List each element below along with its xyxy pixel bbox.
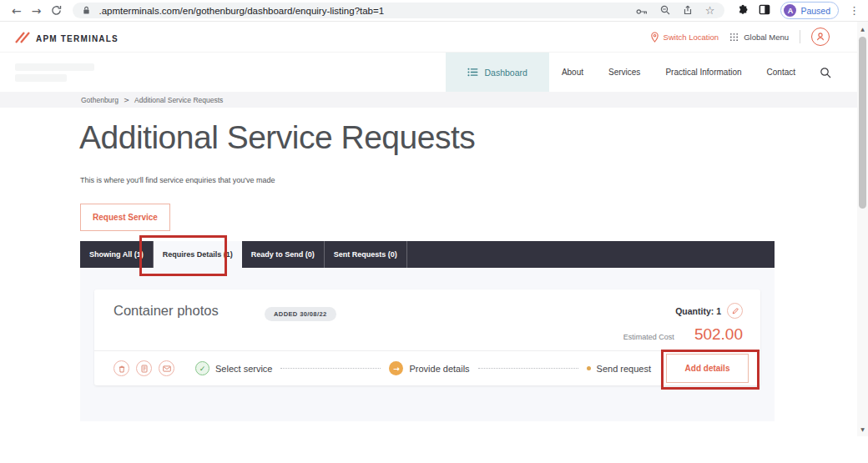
reload-icon [51, 5, 62, 16]
request-service-button[interactable]: Request Service [80, 204, 170, 231]
account-avatar-button[interactable] [811, 28, 830, 46]
scrollbar-thumb[interactable] [859, 37, 866, 209]
step-select-service: ✓ Select service [195, 361, 272, 375]
side-panel-icon[interactable] [759, 3, 770, 18]
edit-quantity-button[interactable] [727, 303, 743, 319]
breadcrumb-separator: > [124, 96, 129, 104]
step-send-request: Send request [587, 364, 651, 374]
estimated-cost-label: Estimated Cost [623, 333, 674, 341]
step-provide-details: → Provide details [389, 361, 469, 375]
lock-icon[interactable] [83, 3, 90, 18]
annotation-box-add-details-button [661, 350, 760, 390]
main-content: Additional Service Requests This is wher… [0, 108, 868, 463]
breadcrumb: Gothenburg > Additional Service Requests [0, 92, 868, 108]
document-icon [140, 365, 149, 373]
dashboard-list-icon [467, 68, 478, 77]
switch-location-button[interactable]: Switch Location [650, 32, 719, 43]
location-pin-icon [650, 32, 659, 43]
apm-terminals-logo[interactable]: APM TERMINALS [15, 31, 119, 43]
pending-dot-icon [587, 366, 591, 370]
nav-search-button[interactable] [808, 53, 843, 92]
page-title: Additional Service Requests [79, 119, 475, 156]
nav-item-practical-information[interactable]: Practical Information [653, 53, 754, 92]
breadcrumb-location[interactable]: Gothenburg [81, 96, 119, 104]
nav-item-dashboard[interactable]: Dashboard [446, 53, 549, 92]
estimated-cost-value: 502.00 [694, 325, 743, 344]
mail-request-button[interactable] [159, 360, 174, 376]
delete-request-button[interactable] [114, 360, 129, 376]
annotation-box-requires-details-tab [139, 235, 227, 276]
profile-avatar: A [784, 4, 796, 17]
tab-ready-to-send[interactable]: Ready to Send (0) [242, 241, 325, 268]
added-date-badge: ADDED 30/08/22 [265, 307, 336, 321]
site-navigation: Dashboard About Services Practical Infor… [0, 53, 868, 92]
reload-button[interactable] [48, 3, 65, 19]
key-icon[interactable] [636, 3, 648, 18]
zoom-icon[interactable] [660, 3, 670, 18]
share-icon[interactable] [683, 3, 693, 18]
page-subtitle: This is where you'll find service enquir… [80, 176, 275, 184]
site-header: APM TERMINALS Switch Location Global Men… [0, 22, 868, 53]
browser-menu-icon[interactable]: ⋮ [849, 4, 860, 17]
pencil-icon [731, 307, 739, 315]
envelope-icon [163, 365, 171, 372]
logo-text: APM TERMINALS [36, 34, 119, 43]
nav-dashboard-label: Dashboard [485, 68, 527, 78]
forward-button[interactable]: → [28, 3, 45, 19]
step-connector [280, 368, 381, 369]
duplicate-request-button[interactable] [136, 360, 152, 376]
grid-dots-icon [729, 33, 739, 42]
global-menu-label: Global Menu [744, 33, 789, 42]
profile-status: Paused [800, 6, 830, 16]
quantity-value: 1 [716, 306, 721, 316]
quantity-label: Quantity: 1 [675, 306, 721, 316]
bookmark-star-icon[interactable]: ☆ [705, 4, 715, 17]
service-title: Container photos [114, 303, 219, 319]
breadcrumb-current: Additional Service Requests [134, 96, 223, 104]
nav-item-services[interactable]: Services [596, 53, 653, 92]
person-icon [815, 32, 825, 42]
browser-toolbar: ← → .apmterminals.com/en/gothenburg/dash… [0, 0, 868, 22]
global-menu-button[interactable]: Global Menu [729, 33, 789, 42]
back-button[interactable]: ← [8, 3, 25, 19]
url-text: .apmterminals.com/en/gothenburg/dashboar… [98, 6, 384, 16]
page-scrollbar[interactable]: ▲ ▼ [857, 22, 868, 436]
check-icon: ✓ [195, 361, 209, 375]
trash-icon [118, 365, 126, 373]
browser-profile-button[interactable]: A Paused [780, 2, 839, 19]
scrollbar-down-arrow[interactable]: ▼ [857, 424, 868, 435]
site-logo-watermark [15, 63, 94, 82]
step-connector [478, 368, 578, 369]
logo-slashes-icon [15, 31, 33, 43]
browser-window: ← → .apmterminals.com/en/gothenburg/dash… [0, 0, 868, 463]
arrow-right-icon: → [389, 361, 403, 375]
extensions-icon[interactable] [738, 3, 749, 18]
header-divider [800, 30, 800, 43]
nav-item-about[interactable]: About [549, 53, 596, 92]
nav-item-contact[interactable]: Contact [754, 53, 808, 92]
tab-sent-requests[interactable]: Sent Requests (0) [325, 241, 407, 268]
search-icon [820, 67, 831, 78]
switch-location-label: Switch Location [664, 33, 719, 42]
scrollbar-up-arrow[interactable]: ▲ [857, 23, 868, 34]
address-bar[interactable]: .apmterminals.com/en/gothenburg/dashboar… [73, 3, 724, 18]
